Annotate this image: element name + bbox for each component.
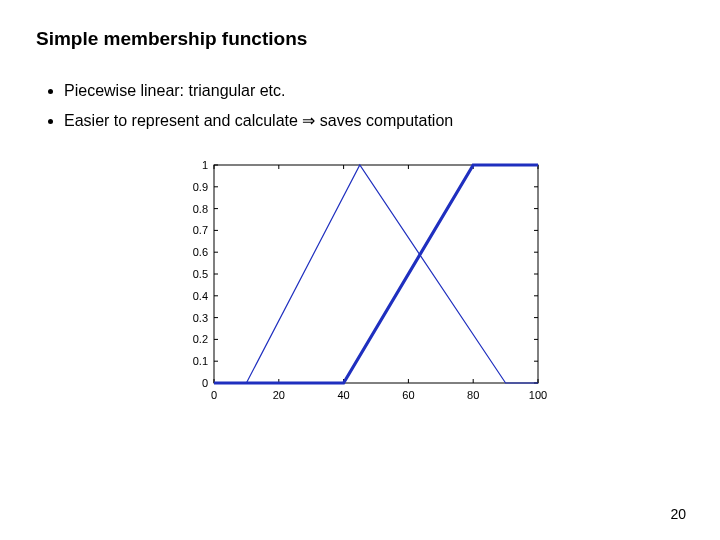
svg-text:80: 80 — [467, 389, 479, 401]
svg-text:0.1: 0.1 — [193, 355, 208, 367]
svg-text:0.7: 0.7 — [193, 225, 208, 237]
svg-text:0.6: 0.6 — [193, 246, 208, 258]
svg-rect-0 — [214, 165, 538, 383]
svg-text:0.2: 0.2 — [193, 334, 208, 346]
svg-text:0: 0 — [211, 389, 217, 401]
svg-text:0.3: 0.3 — [193, 312, 208, 324]
bullet-item: Easier to represent and calculate ⇒ save… — [64, 108, 684, 134]
bullet-list: Piecewise linear: triangular etc. Easier… — [40, 78, 684, 133]
membership-chart: 00.10.20.30.40.50.60.70.80.9102040608010… — [170, 151, 550, 411]
svg-text:1: 1 — [202, 159, 208, 171]
svg-text:0.5: 0.5 — [193, 268, 208, 280]
slide: Simple membership functions Piecewise li… — [0, 0, 720, 540]
svg-text:0.4: 0.4 — [193, 290, 208, 302]
svg-text:0.9: 0.9 — [193, 181, 208, 193]
svg-text:20: 20 — [273, 389, 285, 401]
svg-text:60: 60 — [402, 389, 414, 401]
bullet-item: Piecewise linear: triangular etc. — [64, 78, 684, 104]
svg-text:100: 100 — [529, 389, 547, 401]
slide-title: Simple membership functions — [36, 28, 684, 50]
chart-container: 00.10.20.30.40.50.60.70.80.9102040608010… — [36, 151, 684, 415]
svg-text:0: 0 — [202, 377, 208, 389]
svg-text:0.8: 0.8 — [193, 203, 208, 215]
svg-text:40: 40 — [337, 389, 349, 401]
page-number: 20 — [670, 506, 686, 522]
